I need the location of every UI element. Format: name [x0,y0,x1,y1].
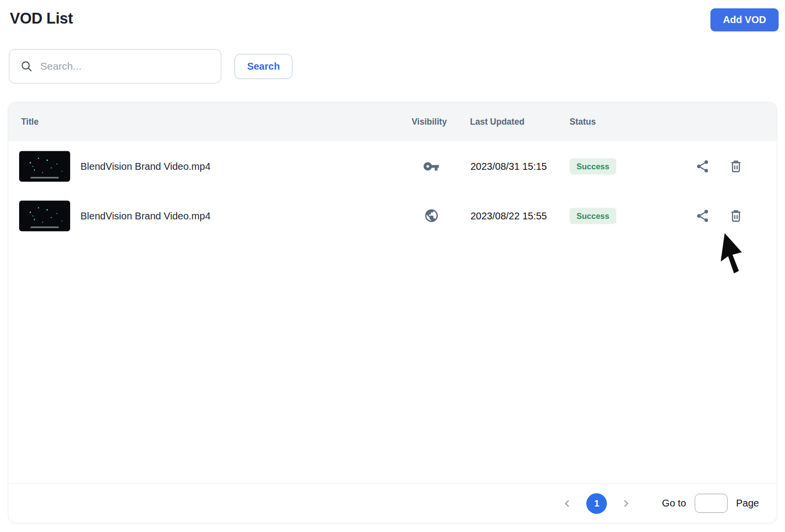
status-badge: Success [570,208,616,224]
delete-button[interactable] [728,158,744,175]
trash-icon [729,209,743,223]
vod-table: Title Visibility Last Updated Status Ble… [8,102,777,523]
chevron-left-icon [562,498,573,509]
chevron-right-icon [621,498,631,509]
video-thumbnail [19,200,70,231]
thumbnail-caption-bar [30,177,59,178]
goto-page-input[interactable] [695,494,728,513]
column-header-last-updated: Last Updated [470,102,524,141]
last-updated-value: 2023/08/31 15:15 [471,160,547,172]
search-icon [20,60,33,73]
share-button[interactable] [694,158,711,175]
next-page-button[interactable] [619,496,633,511]
column-header-status: Status [570,102,596,141]
share-icon [695,209,710,223]
globe-icon [423,208,440,224]
search-input[interactable] [40,60,212,72]
vod-list-page: VOD List Add VOD Search Title Visibility… [0,0,785,532]
video-thumbnail [19,151,70,182]
page-number-button[interactable]: 1 [586,493,607,514]
pagination-bar: 1 Go to Page [8,483,777,523]
column-header-title: Title [21,102,39,141]
previous-page-button[interactable] [560,496,575,511]
trash-icon [729,159,743,174]
thumbnail-caption-bar [30,226,59,228]
page-label: Page [736,498,759,509]
video-title: BlendVision Brand Video.mp4 [80,210,210,221]
video-title: BlendVision Brand Video.mp4 [80,160,210,172]
search-box [9,49,221,83]
page-title: VOD List [10,10,73,27]
share-button[interactable] [694,208,711,224]
table-empty-area [8,240,777,483]
table-row[interactable]: BlendVision Brand Video.mp4 2023/08/22 1… [8,191,777,240]
delete-button[interactable] [728,208,744,224]
key-icon [423,158,440,175]
table-row[interactable]: BlendVision Brand Video.mp4 2023/08/31 1… [8,141,777,191]
status-badge: Success [570,158,616,174]
column-header-visibility: Visibility [412,102,447,141]
table-header: Title Visibility Last Updated Status [8,102,777,141]
share-icon [695,159,710,174]
search-button[interactable]: Search [235,54,292,79]
last-updated-value: 2023/08/22 15:55 [471,210,547,221]
goto-label: Go to [662,498,686,509]
add-vod-button[interactable]: Add VOD [710,8,779,31]
